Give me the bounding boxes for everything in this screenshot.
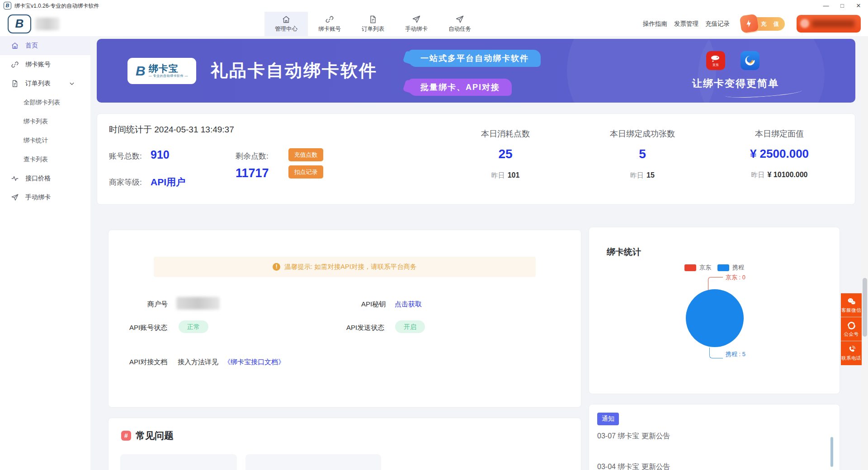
link-operation-guide[interactable]: 操作指南 [643,20,667,28]
wechat-icon [847,297,856,306]
recharge-points-button[interactable]: 充值点数 [288,148,323,161]
tab-manual-bind[interactable]: 手动绑卡 [395,12,438,36]
scrollbar-thumb[interactable] [863,278,867,337]
float-button-label: 公众号 [844,331,859,338]
document-icon [11,80,19,88]
ctrip-app-icon [741,51,760,70]
legend-swatch-red [684,264,696,271]
sidebar-item-bind-list[interactable]: 绑卡列表 [0,112,90,131]
stat-yesterday: 昨日¥ 10100.000 [716,171,843,179]
stat-label: 本日绑定面值 [716,128,843,139]
sidebar-item-api-price[interactable]: 接口价格 [0,169,90,188]
stat-value: 25 [442,147,569,161]
titlebar: B 绑卡宝v1.0.26-专业的自动绑卡软件 — □ ✕ [0,0,868,12]
jd-icon-label: 京东 [712,63,719,66]
hash-icon: # [121,431,131,441]
tab-order-list[interactable]: 订单列表 [351,12,395,36]
home-icon [11,42,19,50]
official-account-icon [847,321,856,330]
yesterday-value: ¥ 10100.000 [768,171,808,179]
jd-app-icon: 京东 [706,51,725,70]
notice-panel: 通知 03-07 绑卡宝 更新公告 03-04 绑卡宝 更新公告 [589,404,840,470]
send-icon [412,15,421,24]
bind-stats-chart-panel: 绑卡统计 京东 携程 京东 : 0 携程 : 5 [589,227,840,394]
api-doc-link[interactable]: 《绑卡宝接口文档》 [224,358,285,367]
sidebar-item-order-list[interactable]: 订单列表 [0,74,90,93]
legend-item-jd[interactable]: 京东 [684,263,711,272]
stat-today-cards: 本日绑定成功张数 5 昨日15 [579,128,706,180]
yesterday-label: 昨日 [491,171,505,179]
notice-scrollbar-thumb[interactable] [830,437,833,467]
deduction-log-button[interactable]: 扣点记录 [288,165,323,179]
account-total-value: 910 [151,148,170,161]
merchant-id-label: 商户号 [147,300,168,309]
points-label: 剩余点数: [236,151,269,161]
api-doc-text: 接入方法详见 [178,358,218,367]
stat-value: ¥ 2500.000 [716,147,843,161]
stat-label: 本日消耗点数 [442,128,569,139]
legend-item-ctrip[interactable]: 携程 [717,263,744,272]
api-key-get-link[interactable]: 点击获取 [395,300,422,309]
sidebar-item-label: 绑卡账号 [25,61,51,69]
sidebar-item-bind-stats[interactable]: 绑卡统计 [0,131,90,150]
avatar [800,19,809,28]
recharge-button-label: 充 值 [761,21,781,27]
sidebar-item-manual-bind[interactable]: 手动绑卡 [0,188,90,207]
chart-title: 绑卡统计 [607,246,641,258]
stats-timestamp: 时间统计于 2024-05-31 13:49:37 [109,124,234,136]
lightning-icon [740,14,759,33]
points-value: 11717 [236,166,269,180]
tab-management-center[interactable]: 管理中心 [264,12,308,36]
banner-badge-1: 一站式多平台自动绑卡软件 [409,50,541,67]
faq-item[interactable] [120,454,237,470]
banner-slogan: 让绑卡变得更简单 [692,77,779,90]
yesterday-label: 昨日 [630,171,644,179]
sidebar: 首页 绑卡账号 订单列表 全部绑卡列表 绑卡列表 绑卡统计 查卡列表 接口价格 … [0,36,90,470]
legend-swatch-blue [717,264,729,271]
floating-contact-bar: 客服微信 公众号 联系电话 [841,293,862,365]
sidebar-item-label: 绑卡统计 [24,136,48,145]
tab-label: 绑卡账号 [318,25,341,33]
yesterday-label: 昨日 [751,171,765,179]
maximize-button[interactable]: □ [835,0,849,12]
send-icon [11,193,19,202]
home-icon [282,15,291,24]
tab-label: 订单列表 [362,25,384,33]
sidebar-item-card-query-list[interactable]: 查卡列表 [0,150,90,169]
tab-auto-tasks[interactable]: 自动任务 [438,12,481,36]
sidebar-item-label: 首页 [25,42,38,50]
send-icon [455,15,464,24]
pulse-icon [11,174,19,183]
recharge-button[interactable]: 充 值 [748,17,785,31]
minimize-button[interactable]: — [819,0,833,12]
sidebar-item-home[interactable]: 首页 [0,36,90,55]
notice-item[interactable]: 03-04 绑卡宝 更新公告 [597,462,670,470]
link-invoice-management[interactable]: 发票管理 [674,20,698,28]
account-button-redacted[interactable] [797,15,861,33]
stat-value: 5 [579,147,706,161]
api-key-label: API秘钥 [361,300,386,309]
banner-logo: B 绑卡宝 — 专业的自动绑卡软件 — [127,58,196,84]
close-button[interactable]: ✕ [852,0,865,12]
link-recharge-records[interactable]: 充值记录 [705,20,730,28]
sidebar-item-label: 手动绑卡 [25,193,51,202]
send-status-label: API发送状态 [346,324,384,332]
official-account-button[interactable]: 公众号 [841,317,862,341]
customer-service-wechat-button[interactable]: 客服微信 [841,293,862,317]
warning-icon: ! [273,263,280,271]
vertical-scrollbar[interactable] [862,36,868,470]
pie-leader-line-bottom [709,348,723,358]
tab-card-accounts[interactable]: 绑卡账号 [308,12,351,36]
contact-phone-button[interactable]: 联系电话 [841,341,862,365]
sidebar-item-label: 全部绑卡列表 [24,99,60,107]
faq-title: 常见问题 [136,429,174,442]
notice-item[interactable]: 03-07 绑卡宝 更新公告 [597,432,670,441]
legend-label: 京东 [699,263,711,272]
sidebar-item-all-bind-list[interactable]: 全部绑卡列表 [0,93,90,112]
faq-item[interactable] [245,454,381,470]
phone-icon [847,345,856,354]
account-total-label: 账号总数: [109,151,142,161]
api-doc-label: API对接文档 [129,358,167,367]
merchant-id-value-redacted [176,297,220,310]
sidebar-item-card-accounts[interactable]: 绑卡账号 [0,55,90,74]
